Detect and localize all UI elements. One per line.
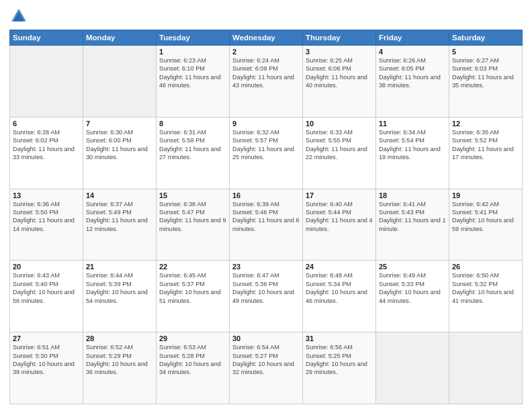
calendar-cell: 12Sunrise: 6:35 AMSunset: 5:52 PMDayligh… — [449, 117, 523, 189]
day-info: Sunrise: 6:40 AMSunset: 5:44 PMDaylight:… — [306, 200, 373, 234]
day-number: 13 — [13, 191, 80, 199]
calendar-body: 1Sunrise: 6:23 AMSunset: 6:10 PMDaylight… — [10, 46, 523, 404]
calendar-cell: 27Sunrise: 6:51 AMSunset: 5:30 PMDayligh… — [10, 332, 83, 404]
calendar-cell: 26Sunrise: 6:50 AMSunset: 5:32 PMDayligh… — [449, 261, 523, 332]
day-info: Sunrise: 6:53 AMSunset: 5:28 PMDaylight:… — [159, 343, 226, 377]
day-header-monday: Monday — [83, 30, 157, 46]
calendar-cell: 24Sunrise: 6:48 AMSunset: 5:34 PMDayligh… — [303, 261, 376, 332]
day-number: 19 — [452, 191, 519, 199]
calendar-cell: 13Sunrise: 6:36 AMSunset: 5:50 PMDayligh… — [10, 189, 83, 261]
day-number: 21 — [86, 263, 153, 271]
calendar-cell: 25Sunrise: 6:49 AMSunset: 5:33 PMDayligh… — [376, 261, 449, 332]
day-info: Sunrise: 6:37 AMSunset: 5:49 PMDaylight:… — [86, 200, 153, 234]
day-number: 22 — [159, 263, 226, 271]
calendar-cell: 9Sunrise: 6:32 AMSunset: 5:57 PMDaylight… — [230, 117, 303, 189]
calendar-table: SundayMondayTuesdayWednesdayThursdayFrid… — [9, 30, 523, 404]
day-number: 3 — [306, 48, 373, 56]
day-number: 10 — [306, 120, 373, 128]
day-info: Sunrise: 6:54 AMSunset: 5:27 PMDaylight:… — [232, 343, 300, 377]
day-info: Sunrise: 6:49 AMSunset: 5:33 PMDaylight:… — [379, 271, 446, 305]
calendar-cell: 2Sunrise: 6:24 AMSunset: 6:08 PMDaylight… — [230, 46, 303, 118]
day-info: Sunrise: 6:30 AMSunset: 6:00 PMDaylight:… — [86, 128, 153, 162]
week-row-3: 20Sunrise: 6:43 AMSunset: 5:40 PMDayligh… — [10, 261, 523, 332]
day-number: 27 — [13, 334, 80, 342]
day-number: 5 — [452, 48, 519, 56]
calendar-cell: 21Sunrise: 6:44 AMSunset: 5:39 PMDayligh… — [83, 261, 157, 332]
week-row-1: 6Sunrise: 6:28 AMSunset: 6:02 PMDaylight… — [10, 117, 523, 189]
calendar-cell: 20Sunrise: 6:43 AMSunset: 5:40 PMDayligh… — [10, 261, 83, 332]
day-number: 26 — [452, 263, 519, 271]
week-row-2: 13Sunrise: 6:36 AMSunset: 5:50 PMDayligh… — [10, 189, 523, 261]
calendar-cell: 3Sunrise: 6:25 AMSunset: 6:06 PMDaylight… — [303, 46, 376, 118]
calendar-cell: 5Sunrise: 6:27 AMSunset: 6:03 PMDaylight… — [449, 46, 523, 118]
calendar-cell: 29Sunrise: 6:53 AMSunset: 5:28 PMDayligh… — [157, 332, 230, 404]
day-info: Sunrise: 6:34 AMSunset: 5:54 PMDaylight:… — [379, 128, 446, 162]
calendar-cell: 19Sunrise: 6:42 AMSunset: 5:41 PMDayligh… — [449, 189, 523, 261]
day-number: 6 — [13, 120, 80, 128]
header-row: SundayMondayTuesdayWednesdayThursdayFrid… — [10, 30, 523, 46]
calendar-cell: 8Sunrise: 6:31 AMSunset: 5:58 PMDaylight… — [157, 117, 230, 189]
day-info: Sunrise: 6:47 AMSunset: 5:36 PMDaylight:… — [232, 271, 300, 305]
day-info: Sunrise: 6:43 AMSunset: 5:40 PMDaylight:… — [13, 271, 80, 305]
day-info: Sunrise: 6:48 AMSunset: 5:34 PMDaylight:… — [306, 271, 373, 305]
day-header-tuesday: Tuesday — [157, 30, 230, 46]
calendar-cell — [10, 46, 83, 118]
calendar-cell: 15Sunrise: 6:38 AMSunset: 5:47 PMDayligh… — [157, 189, 230, 261]
day-info: Sunrise: 6:41 AMSunset: 5:43 PMDaylight:… — [379, 200, 446, 234]
day-number: 25 — [379, 263, 446, 271]
day-info: Sunrise: 6:56 AMSunset: 5:25 PMDaylight:… — [306, 343, 373, 377]
day-header-saturday: Saturday — [449, 30, 523, 46]
calendar-cell: 1Sunrise: 6:23 AMSunset: 6:10 PMDaylight… — [157, 46, 230, 118]
day-number: 1 — [159, 48, 226, 56]
day-number: 30 — [232, 334, 300, 342]
week-row-4: 27Sunrise: 6:51 AMSunset: 5:30 PMDayligh… — [10, 332, 523, 404]
calendar-cell: 23Sunrise: 6:47 AMSunset: 5:36 PMDayligh… — [230, 261, 303, 332]
day-header-wednesday: Wednesday — [230, 30, 303, 46]
day-number: 4 — [379, 48, 446, 56]
day-info: Sunrise: 6:33 AMSunset: 5:55 PMDaylight:… — [306, 128, 373, 162]
day-number: 8 — [159, 120, 226, 128]
calendar-cell: 11Sunrise: 6:34 AMSunset: 5:54 PMDayligh… — [376, 117, 449, 189]
calendar-cell: 28Sunrise: 6:52 AMSunset: 5:29 PMDayligh… — [83, 332, 157, 404]
day-number: 11 — [379, 120, 446, 128]
day-number: 2 — [232, 48, 300, 56]
calendar-cell: 22Sunrise: 6:45 AMSunset: 5:37 PMDayligh… — [157, 261, 230, 332]
day-number: 24 — [306, 263, 373, 271]
calendar-cell: 30Sunrise: 6:54 AMSunset: 5:27 PMDayligh… — [230, 332, 303, 404]
calendar-cell: 10Sunrise: 6:33 AMSunset: 5:55 PMDayligh… — [303, 117, 376, 189]
day-info: Sunrise: 6:45 AMSunset: 5:37 PMDaylight:… — [159, 271, 226, 305]
day-info: Sunrise: 6:23 AMSunset: 6:10 PMDaylight:… — [159, 56, 226, 90]
calendar-cell — [376, 332, 449, 404]
calendar-cell — [83, 46, 157, 118]
calendar-cell: 16Sunrise: 6:39 AMSunset: 5:46 PMDayligh… — [230, 189, 303, 261]
calendar-cell: 17Sunrise: 6:40 AMSunset: 5:44 PMDayligh… — [303, 189, 376, 261]
day-info: Sunrise: 6:32 AMSunset: 5:57 PMDaylight:… — [232, 128, 300, 162]
calendar-cell: 18Sunrise: 6:41 AMSunset: 5:43 PMDayligh… — [376, 189, 449, 261]
day-info: Sunrise: 6:52 AMSunset: 5:29 PMDaylight:… — [86, 343, 153, 377]
day-number: 23 — [232, 263, 300, 271]
day-number: 29 — [159, 334, 226, 342]
logo-icon — [9, 7, 28, 26]
calendar-cell: 6Sunrise: 6:28 AMSunset: 6:02 PMDaylight… — [10, 117, 83, 189]
day-number: 16 — [232, 191, 300, 199]
calendar-cell: 4Sunrise: 6:26 AMSunset: 6:05 PMDaylight… — [376, 46, 449, 118]
calendar-cell — [449, 332, 523, 404]
day-number: 17 — [306, 191, 373, 199]
logo — [9, 7, 31, 26]
day-number: 28 — [86, 334, 153, 342]
day-number: 18 — [379, 191, 446, 199]
day-info: Sunrise: 6:28 AMSunset: 6:02 PMDaylight:… — [13, 128, 80, 162]
day-info: Sunrise: 6:27 AMSunset: 6:03 PMDaylight:… — [452, 56, 519, 90]
day-info: Sunrise: 6:36 AMSunset: 5:50 PMDaylight:… — [13, 200, 80, 234]
week-row-0: 1Sunrise: 6:23 AMSunset: 6:10 PMDaylight… — [10, 46, 523, 118]
day-info: Sunrise: 6:44 AMSunset: 5:39 PMDaylight:… — [86, 271, 153, 305]
header — [9, 7, 523, 26]
day-number: 12 — [452, 120, 519, 128]
day-info: Sunrise: 6:31 AMSunset: 5:58 PMDaylight:… — [159, 128, 226, 162]
day-info: Sunrise: 6:50 AMSunset: 5:32 PMDaylight:… — [452, 271, 519, 305]
day-header-sunday: Sunday — [10, 30, 83, 46]
calendar-cell: 14Sunrise: 6:37 AMSunset: 5:49 PMDayligh… — [83, 189, 157, 261]
day-info: Sunrise: 6:38 AMSunset: 5:47 PMDaylight:… — [159, 200, 226, 234]
calendar-header: SundayMondayTuesdayWednesdayThursdayFrid… — [10, 30, 523, 46]
day-number: 14 — [86, 191, 153, 199]
